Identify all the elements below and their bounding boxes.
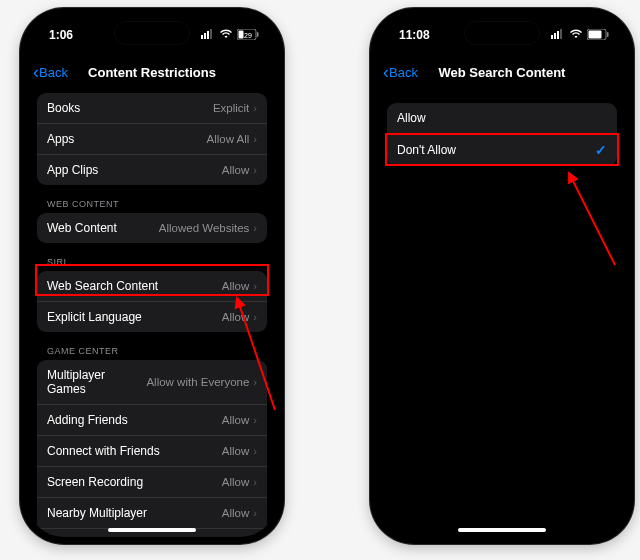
row-app-clips[interactable]: App Clips Allow ›	[37, 154, 267, 185]
chevron-right-icon: ›	[253, 222, 257, 234]
chevron-right-icon: ›	[253, 476, 257, 488]
chevron-right-icon: ›	[253, 414, 257, 426]
page-title: Web Search Content	[385, 65, 619, 80]
back-button[interactable]: ‹ Back	[33, 63, 68, 81]
back-button[interactable]: ‹ Back	[383, 63, 418, 81]
section-web-content: WEB CONTENT	[37, 185, 267, 213]
nav-bar: ‹ Back Content Restrictions	[27, 55, 277, 89]
chevron-right-icon: ›	[253, 102, 257, 114]
dynamic-island	[464, 21, 540, 45]
svg-rect-1	[204, 33, 206, 39]
row-adding-friends[interactable]: Adding Friends Allow ›	[37, 404, 267, 435]
svg-rect-0	[201, 35, 203, 39]
options-list: Allow Don't Allow ✓	[377, 89, 627, 166]
group-options: Allow Don't Allow ✓	[387, 103, 617, 166]
svg-rect-10	[554, 33, 556, 39]
page-title: Content Restrictions	[35, 65, 269, 80]
chevron-right-icon: ›	[253, 164, 257, 176]
chevron-right-icon: ›	[253, 311, 257, 323]
chevron-right-icon: ›	[253, 376, 257, 388]
row-books[interactable]: Books Explicit ›	[37, 93, 267, 123]
row-connect-with-friends[interactable]: Connect with Friends Allow ›	[37, 435, 267, 466]
group-siri: Web Search Content Allow › Explicit Lang…	[37, 271, 267, 332]
svg-line-16	[569, 173, 615, 265]
wifi-icon	[219, 29, 233, 41]
chevron-right-icon: ›	[253, 280, 257, 292]
dynamic-island	[114, 21, 190, 45]
group-game-center: Multiplayer Games Allow with Everyone › …	[37, 360, 267, 537]
screen-left: 1:06 29 ‹ Back Content Restrictions	[27, 15, 277, 537]
group-web-content: Web Content Allowed Websites ›	[37, 213, 267, 243]
battery-icon: 29	[237, 29, 259, 42]
group-store: Books Explicit › Apps Allow All › App Cl…	[37, 93, 267, 185]
svg-rect-6	[257, 32, 259, 37]
row-nearby-multiplayer[interactable]: Nearby Multiplayer Allow ›	[37, 497, 267, 528]
svg-rect-15	[607, 32, 609, 37]
phone-frame-right: 11:08 ‹ Back Web Search Content	[370, 8, 634, 544]
annotation-arrow	[557, 165, 627, 275]
svg-rect-3	[210, 29, 212, 39]
svg-rect-12	[560, 29, 562, 39]
svg-rect-9	[551, 35, 553, 39]
row-web-search-content[interactable]: Web Search Content Allow ›	[37, 271, 267, 301]
row-allow[interactable]: Allow	[387, 103, 617, 133]
svg-rect-14	[589, 30, 602, 38]
settings-list: Books Explicit › Apps Allow All › App Cl…	[27, 89, 277, 537]
checkmark-icon: ✓	[595, 142, 607, 158]
battery-icon	[587, 29, 609, 42]
chevron-right-icon: ›	[253, 445, 257, 457]
row-web-content[interactable]: Web Content Allowed Websites ›	[37, 213, 267, 243]
row-apps[interactable]: Apps Allow All ›	[37, 123, 267, 154]
svg-rect-2	[207, 31, 209, 39]
row-screen-recording[interactable]: Screen Recording Allow ›	[37, 466, 267, 497]
signal-icon	[551, 29, 565, 41]
section-game-center: GAME CENTER	[37, 332, 267, 360]
wifi-icon	[569, 29, 583, 41]
chevron-right-icon: ›	[253, 133, 257, 145]
section-siri: SIRI	[37, 243, 267, 271]
row-explicit-language[interactable]: Explicit Language Allow ›	[37, 301, 267, 332]
phone-frame-left: 1:06 29 ‹ Back Content Restrictions	[20, 8, 284, 544]
row-dont-allow[interactable]: Don't Allow ✓	[387, 133, 617, 166]
svg-rect-11	[557, 31, 559, 39]
home-indicator[interactable]	[108, 528, 196, 532]
nav-bar: ‹ Back Web Search Content	[377, 55, 627, 89]
back-label: Back	[39, 65, 68, 80]
svg-rect-5	[239, 30, 244, 38]
back-label: Back	[389, 65, 418, 80]
chevron-right-icon: ›	[253, 507, 257, 519]
home-indicator[interactable]	[458, 528, 546, 532]
svg-text:29: 29	[244, 31, 252, 38]
screen-right: 11:08 ‹ Back Web Search Content	[377, 15, 627, 537]
row-multiplayer-games[interactable]: Multiplayer Games Allow with Everyone ›	[37, 360, 267, 404]
signal-icon	[201, 29, 215, 41]
